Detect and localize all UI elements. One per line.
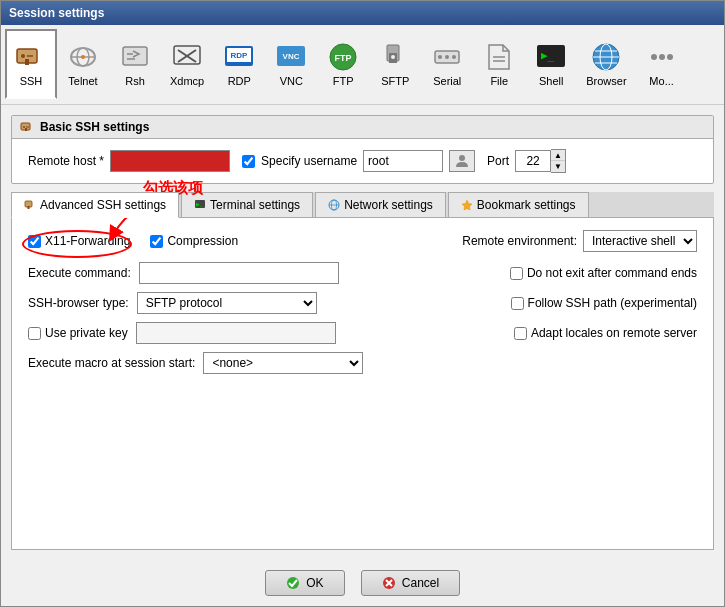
svg-text:VNC: VNC [283, 52, 300, 61]
basic-settings-title: Basic SSH settings [40, 120, 149, 134]
use-private-key-label[interactable]: Use private key [28, 326, 128, 340]
port-spin-buttons: ▲ ▼ [551, 149, 566, 173]
toolbar-item-ssh[interactable]: SSH [5, 29, 57, 99]
compression-checkbox[interactable] [150, 235, 163, 248]
execute-command-label: Execute command: [28, 266, 131, 280]
toolbar-item-more[interactable]: Mo... [636, 29, 688, 99]
svg-point-24 [391, 55, 395, 59]
rdp-icon: RDP [223, 41, 255, 73]
tab-network[interactable]: Network settings [315, 192, 446, 217]
specify-username-checkbox[interactable] [242, 155, 255, 168]
compression-checkbox-label[interactable]: Compression [150, 234, 238, 248]
shell-icon: ▶_ [535, 41, 567, 73]
remote-host-label: Remote host * [28, 154, 104, 168]
toolbar-item-ftp[interactable]: FTP FTP [317, 29, 369, 99]
network-tab-icon [328, 199, 340, 211]
window-title: Session settings [9, 6, 104, 20]
basic-settings-content: Remote host * Specify username Po [12, 139, 713, 183]
toolbar-item-file[interactable]: File [473, 29, 525, 99]
tabs-header: Advanced SSH settings ▶_ Terminal settin… [11, 192, 714, 218]
toolbar-rdp-label: RDP [228, 75, 251, 87]
basic-settings-icon [20, 120, 34, 134]
x11-wrapper: X11-Forwarding 勾选该项 [28, 234, 130, 248]
follow-ssh-wrapper: Follow SSH path (experimental) [511, 296, 697, 310]
toolbar-item-serial[interactable]: Serial [421, 29, 473, 99]
x11-forwarding-checkbox[interactable] [28, 235, 41, 248]
toolbar-item-telnet[interactable]: Telnet [57, 29, 109, 99]
adapt-locales-label[interactable]: Adapt locales on remote server [514, 326, 697, 340]
use-private-key-checkbox[interactable] [28, 327, 41, 340]
username-input[interactable] [363, 150, 443, 172]
follow-ssh-label[interactable]: Follow SSH path (experimental) [511, 296, 697, 310]
tab-bookmark-label: Bookmark settings [477, 198, 576, 212]
port-down-button[interactable]: ▼ [551, 161, 565, 172]
private-key-row: Use private key Adapt locales on remote … [28, 322, 697, 344]
toolbar-telnet-label: Telnet [68, 75, 97, 87]
svg-point-38 [651, 54, 657, 60]
execute-macro-select[interactable]: <none> [203, 352, 363, 374]
svg-point-43 [23, 126, 25, 128]
do-not-exit-checkbox[interactable] [510, 267, 523, 280]
cancel-button[interactable]: Cancel [361, 570, 460, 596]
port-up-button[interactable]: ▲ [551, 150, 565, 161]
session-settings-window: Session settings SSH [0, 0, 725, 607]
toolbar-item-sftp[interactable]: SFTP [369, 29, 421, 99]
basic-settings-header: Basic SSH settings [12, 116, 713, 139]
follow-ssh-checkbox[interactable] [511, 297, 524, 310]
serial-icon [431, 41, 463, 73]
toolbar-item-vnc[interactable]: VNC VNC [265, 29, 317, 99]
remote-env-group: Remote environment: Interactive shell [462, 230, 697, 252]
execute-macro-row: Execute macro at session start: <none> [28, 352, 697, 374]
sftp-icon [379, 41, 411, 73]
toolbar-vnc-label: VNC [280, 75, 303, 87]
ok-button-label: OK [306, 576, 323, 590]
cancel-icon [382, 576, 396, 590]
execute-command-row: Execute command: Do not exit after comma… [28, 262, 697, 284]
toolbar-browser-label: Browser [586, 75, 626, 87]
svg-text:▶_: ▶_ [541, 49, 555, 62]
toolbar-item-rsh[interactable]: Rsh [109, 29, 161, 99]
remote-env-select[interactable]: Interactive shell [583, 230, 697, 252]
svg-point-39 [659, 54, 665, 60]
toolbar-more-label: Mo... [649, 75, 673, 87]
toolbar-item-browser[interactable]: Browser [577, 29, 635, 99]
svg-point-40 [667, 54, 673, 60]
ok-button[interactable]: OK [265, 570, 345, 596]
user-icon-button[interactable] [449, 150, 475, 172]
private-key-input[interactable] [136, 322, 336, 344]
advanced-tabs-container: Advanced SSH settings ▶_ Terminal settin… [11, 192, 714, 550]
ftp-icon: FTP [327, 41, 359, 73]
toolbar-ftp-label: FTP [333, 75, 354, 87]
terminal-tab-icon: ▶_ [194, 199, 206, 211]
ssh-browser-select[interactable]: SFTP protocol [137, 292, 317, 314]
tab-bookmark[interactable]: Bookmark settings [448, 192, 589, 217]
x11-forwarding-checkbox-label[interactable]: X11-Forwarding [28, 234, 130, 248]
advanced-ssh-tab-icon [24, 199, 36, 211]
do-not-exit-text: Do not exit after command ends [527, 266, 697, 280]
adapt-locales-checkbox[interactable] [514, 327, 527, 340]
execute-macro-label: Execute macro at session start: [28, 356, 195, 370]
toolbar-item-xdmcp[interactable]: Xdmcp [161, 29, 213, 99]
toolbar-rsh-label: Rsh [125, 75, 145, 87]
title-bar: Session settings [1, 1, 724, 25]
toolbar-serial-label: Serial [433, 75, 461, 87]
content-area: Basic SSH settings Remote host * Specify… [1, 105, 724, 560]
remote-host-input[interactable] [110, 150, 230, 172]
ssh-browser-label: SSH-browser type: [28, 296, 129, 310]
basic-settings-panel: Basic SSH settings Remote host * Specify… [11, 115, 714, 184]
tab-network-label: Network settings [344, 198, 433, 212]
svg-text:▶_: ▶_ [196, 201, 203, 207]
ssh-browser-row: SSH-browser type: SFTP protocol Follow S… [28, 292, 697, 314]
execute-command-input[interactable] [139, 262, 339, 284]
svg-point-54 [287, 577, 299, 589]
toolbar-item-rdp[interactable]: RDP RDP [213, 29, 265, 99]
file-icon [483, 41, 515, 73]
toolbar-item-shell[interactable]: ▶_ Shell [525, 29, 577, 99]
specify-username-label: Specify username [261, 154, 357, 168]
ok-icon [286, 576, 300, 590]
do-not-exit-label[interactable]: Do not exit after command ends [510, 266, 697, 280]
x11-compression-row: X11-Forwarding 勾选该项 [28, 230, 697, 252]
tab-advanced-ssh[interactable]: Advanced SSH settings [11, 192, 179, 218]
port-input[interactable] [515, 150, 551, 172]
tab-terminal[interactable]: ▶_ Terminal settings [181, 192, 313, 217]
